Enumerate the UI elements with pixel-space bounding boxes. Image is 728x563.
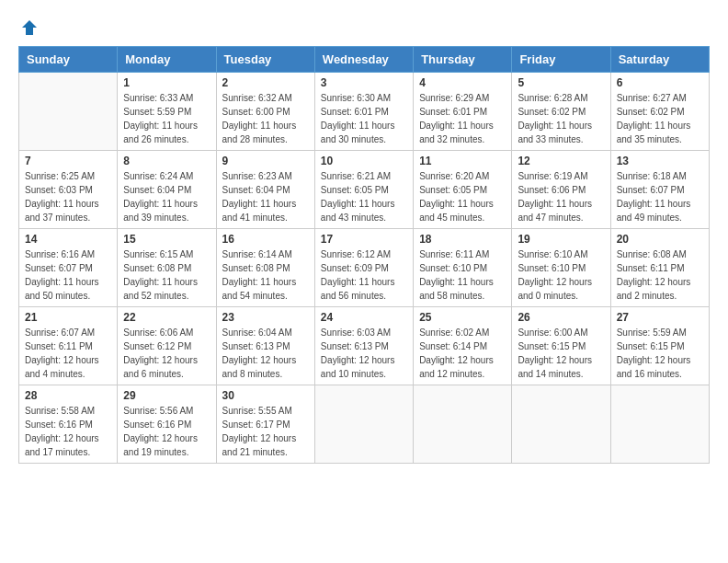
day-number: 11 [419, 155, 506, 167]
day-number: 5 [518, 76, 604, 89]
calendar-table: SundayMondayTuesdayWednesdayThursdayFrid… [18, 46, 710, 464]
calendar-cell: 30Sunrise: 5:55 AM Sunset: 6:17 PM Dayli… [216, 385, 314, 464]
calendar-cell [512, 385, 610, 464]
day-info: Sunrise: 6:15 AM Sunset: 6:08 PM Dayligh… [123, 247, 210, 303]
day-number: 28 [25, 389, 111, 402]
day-number: 17 [321, 233, 407, 246]
calendar-cell: 7Sunrise: 6:25 AM Sunset: 6:03 PM Daylig… [19, 151, 118, 229]
day-info: Sunrise: 5:58 AM Sunset: 6:16 PM Dayligh… [25, 404, 111, 459]
day-info: Sunrise: 6:21 AM Sunset: 6:05 PM Dayligh… [321, 169, 407, 224]
day-header-saturday: Saturday [610, 47, 709, 73]
day-number: 22 [123, 311, 210, 324]
calendar-cell: 2Sunrise: 6:32 AM Sunset: 6:00 PM Daylig… [216, 73, 314, 151]
day-number: 23 [222, 311, 309, 324]
day-info: Sunrise: 6:02 AM Sunset: 6:14 PM Dayligh… [419, 326, 506, 381]
day-info: Sunrise: 6:27 AM Sunset: 6:02 PM Dayligh… [617, 91, 703, 146]
day-info: Sunrise: 6:12 AM Sunset: 6:09 PM Dayligh… [321, 247, 407, 303]
page-header [18, 18, 710, 37]
calendar-week-5: 28Sunrise: 5:58 AM Sunset: 6:16 PM Dayli… [19, 385, 710, 464]
day-number: 12 [518, 155, 604, 167]
calendar-cell: 3Sunrise: 6:30 AM Sunset: 6:01 PM Daylig… [314, 73, 413, 151]
day-number: 10 [321, 155, 407, 167]
day-number: 13 [617, 155, 703, 167]
day-number: 4 [419, 76, 506, 89]
calendar-cell: 28Sunrise: 5:58 AM Sunset: 6:16 PM Dayli… [19, 385, 118, 464]
day-info: Sunrise: 6:20 AM Sunset: 6:05 PM Dayligh… [419, 169, 506, 224]
day-info: Sunrise: 6:23 AM Sunset: 6:04 PM Dayligh… [222, 169, 309, 224]
calendar-cell: 14Sunrise: 6:16 AM Sunset: 6:07 PM Dayli… [19, 229, 118, 307]
day-number: 16 [222, 233, 309, 246]
day-info: Sunrise: 6:10 AM Sunset: 6:10 PM Dayligh… [518, 247, 604, 303]
day-number: 2 [222, 76, 309, 89]
calendar-cell [19, 73, 118, 151]
calendar-cell: 4Sunrise: 6:29 AM Sunset: 6:01 PM Daylig… [414, 73, 512, 151]
calendar-cell: 5Sunrise: 6:28 AM Sunset: 6:02 PM Daylig… [512, 73, 610, 151]
calendar-cell: 17Sunrise: 6:12 AM Sunset: 6:09 PM Dayli… [314, 229, 413, 307]
calendar-cell [314, 385, 413, 464]
day-info: Sunrise: 6:18 AM Sunset: 6:07 PM Dayligh… [617, 169, 703, 224]
calendar-cell: 23Sunrise: 6:04 AM Sunset: 6:13 PM Dayli… [216, 307, 314, 385]
day-number: 20 [617, 233, 703, 246]
calendar-cell: 8Sunrise: 6:24 AM Sunset: 6:04 PM Daylig… [118, 151, 216, 229]
calendar-week-3: 14Sunrise: 6:16 AM Sunset: 6:07 PM Dayli… [19, 229, 710, 307]
calendar-cell: 15Sunrise: 6:15 AM Sunset: 6:08 PM Dayli… [118, 229, 216, 307]
day-number: 14 [25, 233, 111, 246]
day-info: Sunrise: 6:16 AM Sunset: 6:07 PM Dayligh… [25, 247, 111, 303]
day-header-friday: Friday [512, 47, 610, 73]
day-number: 18 [419, 233, 506, 246]
calendar-cell: 9Sunrise: 6:23 AM Sunset: 6:04 PM Daylig… [216, 151, 314, 229]
day-info: Sunrise: 6:03 AM Sunset: 6:13 PM Dayligh… [321, 326, 407, 381]
day-header-sunday: Sunday [19, 47, 118, 73]
calendar-cell: 12Sunrise: 6:19 AM Sunset: 6:06 PM Dayli… [512, 151, 610, 229]
day-number: 9 [222, 155, 309, 167]
calendar-cell: 20Sunrise: 6:08 AM Sunset: 6:11 PM Dayli… [610, 229, 709, 307]
day-number: 6 [617, 76, 703, 89]
day-info: Sunrise: 5:56 AM Sunset: 6:16 PM Dayligh… [123, 404, 210, 459]
calendar-cell: 19Sunrise: 6:10 AM Sunset: 6:10 PM Dayli… [512, 229, 610, 307]
calendar-cell: 16Sunrise: 6:14 AM Sunset: 6:08 PM Dayli… [216, 229, 314, 307]
calendar-cell: 11Sunrise: 6:20 AM Sunset: 6:05 PM Dayli… [414, 151, 512, 229]
calendar-cell: 18Sunrise: 6:11 AM Sunset: 6:10 PM Dayli… [414, 229, 512, 307]
day-info: Sunrise: 6:19 AM Sunset: 6:06 PM Dayligh… [518, 169, 604, 224]
day-header-monday: Monday [118, 47, 216, 73]
calendar-week-2: 7Sunrise: 6:25 AM Sunset: 6:03 PM Daylig… [19, 151, 710, 229]
day-info: Sunrise: 6:06 AM Sunset: 6:12 PM Dayligh… [123, 326, 210, 381]
day-number: 25 [419, 311, 506, 324]
day-info: Sunrise: 6:11 AM Sunset: 6:10 PM Dayligh… [419, 247, 506, 303]
day-info: Sunrise: 6:04 AM Sunset: 6:13 PM Dayligh… [222, 326, 309, 381]
calendar-cell: 24Sunrise: 6:03 AM Sunset: 6:13 PM Dayli… [314, 307, 413, 385]
day-info: Sunrise: 5:55 AM Sunset: 6:17 PM Dayligh… [222, 404, 309, 459]
day-info: Sunrise: 6:29 AM Sunset: 6:01 PM Dayligh… [419, 91, 506, 146]
day-number: 27 [617, 311, 703, 324]
day-number: 15 [123, 233, 210, 246]
day-info: Sunrise: 6:00 AM Sunset: 6:15 PM Dayligh… [518, 326, 604, 381]
calendar-cell: 1Sunrise: 6:33 AM Sunset: 5:59 PM Daylig… [118, 73, 216, 151]
calendar-cell: 29Sunrise: 5:56 AM Sunset: 6:16 PM Dayli… [118, 385, 216, 464]
day-info: Sunrise: 6:25 AM Sunset: 6:03 PM Dayligh… [25, 169, 111, 224]
day-number: 3 [321, 76, 407, 89]
day-number: 29 [123, 389, 210, 402]
day-header-thursday: Thursday [414, 47, 512, 73]
day-info: Sunrise: 6:08 AM Sunset: 6:11 PM Dayligh… [617, 247, 703, 303]
calendar-header-row: SundayMondayTuesdayWednesdayThursdayFrid… [19, 47, 710, 73]
calendar-week-4: 21Sunrise: 6:07 AM Sunset: 6:11 PM Dayli… [19, 307, 710, 385]
calendar-cell: 26Sunrise: 6:00 AM Sunset: 6:15 PM Dayli… [512, 307, 610, 385]
day-info: Sunrise: 5:59 AM Sunset: 6:15 PM Dayligh… [617, 326, 703, 381]
day-number: 24 [321, 311, 407, 324]
calendar-cell: 10Sunrise: 6:21 AM Sunset: 6:05 PM Dayli… [314, 151, 413, 229]
day-info: Sunrise: 6:32 AM Sunset: 6:00 PM Dayligh… [222, 91, 309, 146]
day-info: Sunrise: 6:07 AM Sunset: 6:11 PM Dayligh… [25, 326, 111, 381]
calendar-cell: 22Sunrise: 6:06 AM Sunset: 6:12 PM Dayli… [118, 307, 216, 385]
day-header-tuesday: Tuesday [216, 47, 314, 73]
calendar-cell: 21Sunrise: 6:07 AM Sunset: 6:11 PM Dayli… [19, 307, 118, 385]
day-number: 26 [518, 311, 604, 324]
logo-icon [20, 18, 39, 37]
logo [18, 18, 39, 37]
day-number: 1 [123, 76, 210, 89]
day-header-wednesday: Wednesday [314, 47, 413, 73]
svg-marker-0 [22, 20, 37, 35]
day-info: Sunrise: 6:28 AM Sunset: 6:02 PM Dayligh… [518, 91, 604, 146]
calendar-cell [610, 385, 709, 464]
day-number: 21 [25, 311, 111, 324]
day-number: 8 [123, 155, 210, 167]
